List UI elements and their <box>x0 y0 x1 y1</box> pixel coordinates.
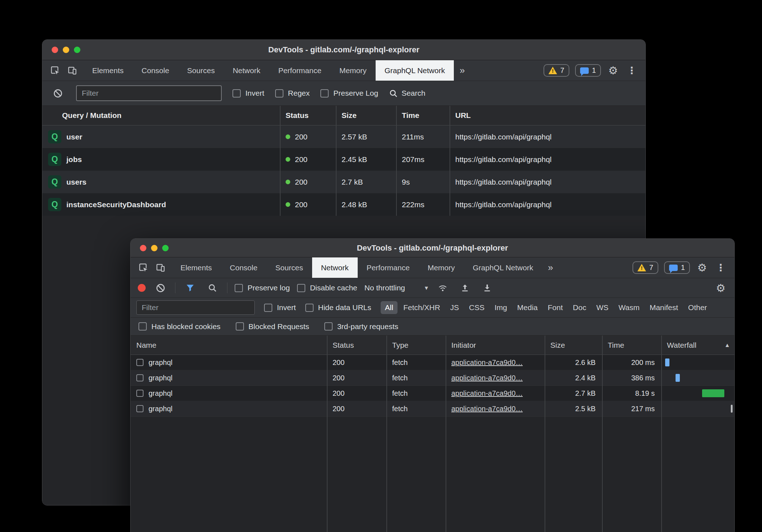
tab-elements[interactable]: Elements <box>83 60 133 81</box>
request-row[interactable]: graphql 200 fetch application-a7ca9d0… 2… <box>131 401 734 417</box>
column-header-time[interactable]: Time <box>396 106 450 125</box>
titlebar[interactable]: DevTools - gitlab.com/-/graphql-explorer <box>42 40 645 60</box>
tab-memory[interactable]: Memory <box>330 60 376 81</box>
row-select-checkbox[interactable] <box>136 359 144 366</box>
clear-button[interactable] <box>50 86 65 101</box>
invert-checkbox[interactable] <box>232 89 241 98</box>
settings-button[interactable]: ⚙ <box>607 63 620 78</box>
column-header-status[interactable]: Status <box>327 336 386 355</box>
regex-option[interactable]: Regex <box>275 89 310 98</box>
row-select-checkbox[interactable] <box>136 374 144 381</box>
filter-pill-media[interactable]: Media <box>513 301 542 314</box>
column-header-status[interactable]: Status <box>280 106 336 125</box>
invert-option[interactable]: Invert <box>232 89 264 98</box>
third-party-option[interactable]: 3rd-party requests <box>324 322 398 331</box>
column-header-type[interactable]: Type <box>386 336 446 355</box>
hide-data-urls-checkbox[interactable] <box>305 304 314 312</box>
tab-elements[interactable]: Elements <box>171 257 221 278</box>
filter-pill-fetch-xhr[interactable]: Fetch/XHR <box>399 301 445 314</box>
query-row[interactable]: Q instanceSecurityDashboard 200 2.48 kB … <box>42 193 645 216</box>
more-tabs-button[interactable]: » <box>542 257 559 278</box>
column-header-size[interactable]: Size <box>336 106 396 125</box>
column-header-initiator[interactable]: Initiator <box>446 336 545 355</box>
filter-pill-manifest[interactable]: Manifest <box>645 301 682 314</box>
preserve-log-checkbox[interactable] <box>320 89 329 98</box>
throttling-select[interactable]: No throttling ▾ <box>364 284 428 292</box>
filter-toggle-button[interactable] <box>183 280 198 295</box>
close-button[interactable] <box>52 47 58 53</box>
tab-graphql-network[interactable]: GraphQL Network <box>464 257 542 278</box>
minimize-button[interactable] <box>151 245 157 251</box>
column-header-size[interactable]: Size <box>545 336 602 355</box>
search-button[interactable] <box>205 280 220 295</box>
filter-pill-all[interactable]: All <box>381 301 398 314</box>
request-row[interactable]: graphql 200 fetch application-a7ca9d0… 2… <box>131 370 734 386</box>
inspect-element-button[interactable] <box>136 260 151 275</box>
column-header-waterfall[interactable]: Waterfall ▲ <box>661 336 734 355</box>
minimize-button[interactable] <box>63 47 69 53</box>
column-header-query-mutation[interactable]: Query / Mutation <box>42 106 280 125</box>
filter-pill-other[interactable]: Other <box>684 301 711 314</box>
warnings-badge[interactable]: ! 7 <box>632 261 658 274</box>
disable-cache-option[interactable]: Disable cache <box>297 284 357 292</box>
tab-memory[interactable]: Memory <box>419 257 464 278</box>
filter-pill-ws[interactable]: WS <box>592 301 613 314</box>
query-row[interactable]: Q jobs 200 2.45 kB 207ms https://gitlab.… <box>42 148 645 171</box>
column-header-name[interactable]: Name <box>131 336 327 355</box>
tab-sources[interactable]: Sources <box>178 60 224 81</box>
request-row[interactable]: graphql 200 fetch application-a7ca9d0… 2… <box>131 386 734 401</box>
row-select-checkbox[interactable] <box>136 390 144 397</box>
tab-sources[interactable]: Sources <box>267 257 312 278</box>
filter-input[interactable] <box>136 300 255 315</box>
blocked-cookies-option[interactable]: Has blocked cookies <box>138 322 221 331</box>
export-har-button[interactable] <box>480 280 495 295</box>
titlebar[interactable]: DevTools - gitlab.com/-/graphql-explorer <box>131 239 734 257</box>
zoom-button[interactable] <box>74 47 80 53</box>
menu-button[interactable]: ⋮ <box>625 63 638 78</box>
hide-data-urls-option[interactable]: Hide data URLs <box>305 303 371 312</box>
device-toolbar-button[interactable] <box>65 63 80 78</box>
warnings-badge[interactable]: ! 7 <box>544 64 569 77</box>
network-settings-button[interactable]: ⚙ <box>714 280 727 295</box>
query-row[interactable]: Q user 200 2.57 kB 211ms https://gitlab.… <box>42 125 645 148</box>
tab-performance[interactable]: Performance <box>269 60 330 81</box>
tab-network[interactable]: Network <box>312 257 358 278</box>
clear-button[interactable] <box>153 280 168 295</box>
request-row[interactable]: graphql 200 fetch application-a7ca9d0… 2… <box>131 355 734 370</box>
more-tabs-button[interactable]: » <box>454 60 470 81</box>
blocked-requests-checkbox[interactable] <box>236 322 244 331</box>
filter-input[interactable] <box>76 85 222 101</box>
tab-network[interactable]: Network <box>224 60 269 81</box>
search-button[interactable]: Search <box>389 89 425 98</box>
filter-pill-img[interactable]: Img <box>490 301 512 314</box>
messages-badge[interactable]: 1 <box>664 261 690 274</box>
menu-button[interactable]: ⋮ <box>714 260 727 275</box>
query-row[interactable]: Q users 200 2.7 kB 9s https://gitlab.com… <box>42 171 645 193</box>
filter-pill-font[interactable]: Font <box>544 301 567 314</box>
settings-button[interactable]: ⚙ <box>696 260 709 275</box>
filter-pill-js[interactable]: JS <box>446 301 464 314</box>
column-header-url[interactable]: URL <box>450 106 645 125</box>
tab-console[interactable]: Console <box>221 257 267 278</box>
initiator-link[interactable]: application-a7ca9d0… <box>451 358 523 367</box>
filter-pill-css[interactable]: CSS <box>465 301 489 314</box>
network-conditions-button[interactable] <box>435 280 450 295</box>
tab-performance[interactable]: Performance <box>358 257 419 278</box>
preserve-log-option[interactable]: Preserve log <box>235 284 290 292</box>
disable-cache-checkbox[interactable] <box>297 284 305 292</box>
messages-badge[interactable]: 1 <box>575 64 601 77</box>
column-header-time[interactable]: Time <box>602 336 661 355</box>
invert-option[interactable]: Invert <box>264 303 296 312</box>
initiator-link[interactable]: application-a7ca9d0… <box>451 374 523 382</box>
regex-checkbox[interactable] <box>275 89 283 98</box>
initiator-link[interactable]: application-a7ca9d0… <box>451 389 523 398</box>
invert-checkbox[interactable] <box>264 304 272 312</box>
filter-pill-doc[interactable]: Doc <box>569 301 591 314</box>
preserve-log-checkbox[interactable] <box>235 284 243 292</box>
tab-graphql-network[interactable]: GraphQL Network <box>376 60 454 81</box>
close-button[interactable] <box>140 245 146 251</box>
third-party-checkbox[interactable] <box>324 322 333 331</box>
preserve-log-option[interactable]: Preserve Log <box>320 89 378 98</box>
blocked-cookies-checkbox[interactable] <box>138 322 147 331</box>
tab-console[interactable]: Console <box>133 60 178 81</box>
